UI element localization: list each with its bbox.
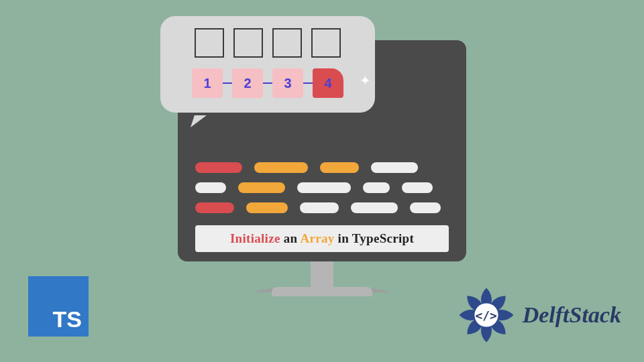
code-line	[195, 182, 449, 193]
array-value-text: 2	[244, 76, 251, 91]
array-bubble: 1 2 3 4 ✦	[160, 16, 375, 113]
code-line	[195, 202, 449, 213]
code-token	[195, 162, 242, 173]
code-token	[195, 202, 234, 213]
code-token	[195, 182, 226, 193]
array-empty-row	[172, 28, 363, 58]
code-token	[410, 202, 441, 213]
array-value-text: 4	[324, 76, 331, 91]
code-token	[300, 202, 339, 213]
title-word-array: Array	[300, 231, 334, 245]
title-rest: in TypeScript	[338, 231, 415, 245]
typescript-logo-text: TS	[53, 306, 82, 333]
sparkle-icon: ✦	[360, 72, 371, 88]
array-value: 1	[192, 68, 223, 98]
array-slot	[311, 28, 341, 58]
array-value-text: 3	[284, 76, 291, 91]
code-token	[402, 182, 433, 193]
title-strip: Initialize an Array in TypeScript	[195, 225, 449, 252]
array-slot	[195, 28, 224, 58]
code-token	[320, 162, 359, 173]
code-token	[371, 162, 418, 173]
array-slot	[233, 28, 263, 58]
delftstack-logo-icon: </>	[457, 286, 516, 345]
code-line	[195, 162, 449, 173]
array-value-highlight: 4	[313, 68, 343, 98]
code-token	[246, 202, 288, 213]
array-value-text: 1	[203, 76, 211, 91]
code-token	[254, 162, 308, 173]
code-token	[363, 182, 390, 193]
delftstack-brand-text: DelftStack	[523, 302, 621, 328]
code-lines	[195, 162, 449, 213]
code-token	[297, 182, 351, 193]
typescript-logo: TS	[28, 276, 89, 337]
code-token	[351, 202, 398, 213]
monitor-screen: 1 2 3 4 ✦	[178, 40, 466, 261]
array-value: 3	[272, 68, 303, 98]
array-values-row: 1 2 3 4	[172, 68, 363, 98]
array-slot	[272, 28, 302, 58]
code-token	[238, 182, 285, 193]
monitor-stand-neck	[311, 261, 333, 287]
title-word-initialize: Initialize	[230, 231, 280, 245]
monitor-illustration: 1 2 3 4 ✦	[178, 40, 466, 292]
array-value: 2	[232, 68, 263, 98]
title-word-an: an	[284, 231, 298, 245]
monitor-stand-base	[255, 287, 389, 292]
code-icon: </>	[475, 304, 498, 326]
delftstack-brand: </> DelftStack	[457, 286, 621, 345]
